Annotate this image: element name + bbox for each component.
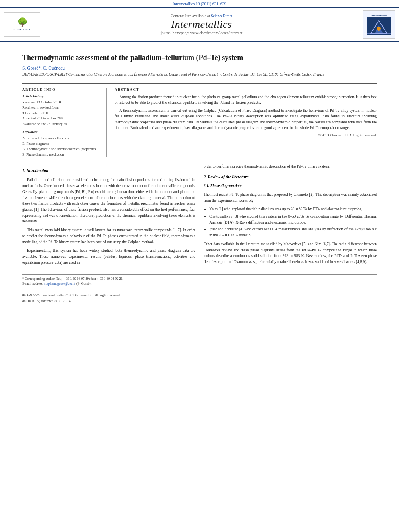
- footer-corresponding: * Corresponding author. Tel.; + 33 1 69 …: [22, 276, 377, 281]
- sciencedirect-line: Contents lists available at ScienceDirec…: [43, 14, 360, 18]
- intro-para-1: Palladium and tellurium are considered t…: [22, 177, 195, 224]
- received-revised-label: Received in revised form: [22, 105, 101, 111]
- subsection-heading: 2.1. Phase diagram data: [204, 183, 377, 189]
- intro-number: 1.: [22, 168, 25, 173]
- elsevier-tree-icon: 🌳: [17, 18, 28, 27]
- article-info-header: Article Info: [22, 88, 101, 92]
- sciencedirect-link[interactable]: ScienceDirect: [211, 14, 232, 18]
- citation-bar: Intermetallics 19 (2011) 621–629: [0, 0, 399, 7]
- intermet-logo-svg: [367, 17, 391, 35]
- abstract-para-1: Among the fission products formed in nuc…: [115, 94, 377, 106]
- bullet-list: Kelm [1] who explored the rich palladium…: [209, 206, 377, 238]
- intro-title: Introduction: [27, 168, 49, 173]
- homepage-line: journal homepage: www.elsevier.com/locat…: [43, 31, 360, 35]
- kw-item-4: E. Phase diagram, prediction: [22, 152, 101, 158]
- journal-header: 🌳 ELSEVIER Contents lists available at S…: [0, 7, 399, 42]
- keywords-label: Keywords:: [22, 130, 101, 134]
- footer-section: * Corresponding author. Tel.; + 33 1 69 …: [22, 274, 377, 303]
- email-address[interactable]: stephane.gosse@cea.fr: [44, 281, 76, 286]
- footer-doi: doi:10.1016/j.intermet.2010.12.014: [22, 299, 377, 303]
- body-col-left: 1. Introduction Palladium and tellurium …: [22, 164, 195, 268]
- review-heading: 2. Review of the literature: [204, 174, 377, 180]
- main-content: Thermodynamic assessment of the palladiu…: [0, 42, 399, 311]
- intermetallics-logo: Intermetallics: [363, 10, 395, 39]
- subsection-title: Phase diagram data: [210, 184, 242, 188]
- intro-para-2: This metal–metalloid binary system is we…: [22, 227, 195, 245]
- citation-text: Intermetallics 19 (2011) 621–629: [173, 2, 226, 6]
- body-col-right: order to perform a precise thermodynamic…: [204, 164, 377, 268]
- abstract-col: ABSTRACT Among the fission products form…: [115, 88, 377, 158]
- subsection-number: 2.1.: [204, 184, 209, 188]
- article-info-abstract-section: Article Info Article history: Received 1…: [22, 83, 377, 158]
- bullet-item-1: Kelm [1] who explored the rich palladium…: [209, 206, 377, 212]
- bullet-item-3: Ipser and Schuster [4] who carried out D…: [209, 226, 377, 238]
- accepted-date: Accepted 20 December 2010: [22, 116, 101, 121]
- available-date: Available online 26 January 2011: [22, 121, 101, 127]
- article-history-label: Article history:: [22, 94, 101, 98]
- intro-para-3: Experimentally, this system has been wid…: [22, 248, 195, 265]
- abstract-copyright: © 2010 Elsevier Ltd. All rights reserved…: [115, 133, 377, 137]
- intro-heading: 1. Introduction: [22, 168, 195, 174]
- kw-item-1: A. Intermetallics, miscellaneous: [22, 136, 101, 141]
- footer-issn: 0966-9795/$ – see front matter © 2010 El…: [22, 293, 377, 297]
- intro-col2-para: order to perform a precise thermodynamic…: [204, 164, 377, 170]
- received-date: Received 13 October 2010: [22, 100, 101, 105]
- abstract-header: ABSTRACT: [115, 88, 377, 92]
- journal-center: Contents lists available at ScienceDirec…: [43, 14, 360, 35]
- email-recipient: (S. Gossé).: [76, 281, 92, 286]
- keywords-section: Keywords: A. Intermetallics, miscellaneo…: [22, 130, 101, 157]
- authors: S. Gossé*, C. Guéneau: [22, 66, 377, 70]
- footer-divider: [22, 290, 377, 290]
- svg-point-3: [377, 27, 381, 31]
- email-label: E-mail address:: [22, 281, 43, 286]
- footer-email: E-mail address: stephane.gosse@cea.fr (S…: [22, 281, 377, 286]
- affiliation: DEN/DANS/DPC/SCP/LM2T Commissariat à l'É…: [22, 72, 377, 77]
- review-title: Review of the literature: [208, 175, 249, 179]
- subsection-intro: The most recent Pd–Te phase diagram is t…: [204, 192, 377, 203]
- abstract-para-2: A thermodynamic assessment is carried ou…: [115, 108, 377, 131]
- kw-item-3: B. Thermodynamic and thermochemical prop…: [22, 146, 101, 152]
- received-revised-date: 3 December 2010: [22, 111, 101, 116]
- article-title: Thermodynamic assessment of the palladiu…: [22, 53, 377, 62]
- review-number: 2.: [204, 175, 207, 179]
- sciencedirect-prefix: Contents lists available at: [171, 14, 210, 18]
- elsevier-logo-box: 🌳 ELSEVIER: [4, 12, 40, 37]
- journal-name: Intermetallics: [43, 18, 360, 31]
- kw-item-2: B. Phase diagrams: [22, 141, 101, 147]
- elsevier-label: ELSEVIER: [13, 28, 31, 31]
- abstract-text: Among the fission products formed in nuc…: [115, 94, 377, 131]
- article-info-col: Article Info Article history: Received 1…: [22, 88, 107, 158]
- subsection-extra-para: Other data available in the literature a…: [204, 241, 377, 265]
- bullet-item-2: Chattopadhyay [3] who studied this syste…: [209, 214, 377, 225]
- intermet-logo-title: Intermetallics: [370, 14, 387, 17]
- body-section: 1. Introduction Palladium and tellurium …: [22, 164, 377, 268]
